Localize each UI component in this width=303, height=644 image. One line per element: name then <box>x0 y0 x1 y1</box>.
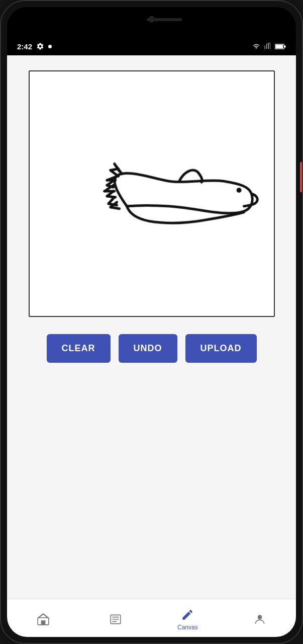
bottom-nav: Canvas <box>7 599 296 637</box>
status-left: 2:42 <box>17 42 52 51</box>
home-icon <box>36 612 50 626</box>
status-time: 2:42 <box>17 42 32 51</box>
nav-item-home[interactable] <box>7 608 79 630</box>
notch-area <box>7 7 296 37</box>
drawing-canvas-wrapper[interactable] <box>29 70 275 317</box>
signal-icon <box>264 43 272 50</box>
canvas-nav-label: Canvas <box>177 624 198 631</box>
drawing-canvas[interactable] <box>30 71 274 316</box>
svg-rect-1 <box>284 45 286 47</box>
svg-rect-2 <box>275 45 283 48</box>
clear-button[interactable]: CLEAR <box>47 334 111 363</box>
wifi-icon <box>252 43 261 50</box>
status-right <box>252 43 286 50</box>
app-content: CLEAR UNDO UPLOAD <box>7 55 296 599</box>
undo-button[interactable]: UNDO <box>119 334 177 363</box>
nav-item-canvas[interactable]: Canvas <box>152 604 224 635</box>
notification-dot <box>48 45 52 48</box>
status-bar: 2:42 <box>7 37 296 55</box>
nav-item-list[interactable] <box>79 608 152 630</box>
battery-icon <box>275 43 286 50</box>
pencil-icon <box>180 608 194 622</box>
upload-button[interactable]: UPLOAD <box>185 334 257 363</box>
phone-frame: 2:42 <box>0 0 303 644</box>
nav-item-profile[interactable] <box>224 608 296 630</box>
speaker <box>147 18 182 21</box>
list-icon <box>109 612 123 626</box>
settings-icon <box>36 42 44 50</box>
svg-rect-4 <box>41 620 46 625</box>
action-buttons: CLEAR UNDO UPLOAD <box>47 334 257 363</box>
svg-point-9 <box>258 615 262 619</box>
person-icon <box>253 612 267 626</box>
volume-button <box>300 162 303 192</box>
phone-inner: 2:42 <box>7 7 296 637</box>
